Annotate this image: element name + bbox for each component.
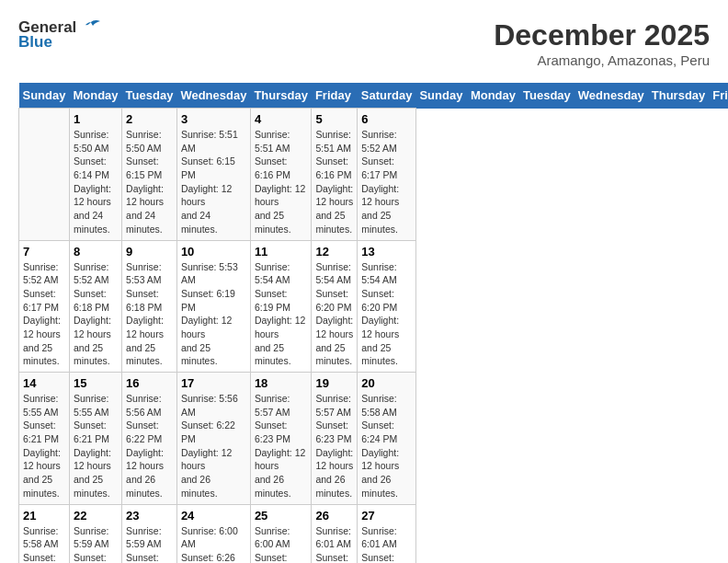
day-info: Sunrise: 5:53 AM Sunset: 6:19 PM Dayligh… [181, 260, 246, 369]
day-info: Sunrise: 5:57 AM Sunset: 6:23 PM Dayligh… [315, 392, 353, 500]
calendar-cell: 4Sunrise: 5:51 AM Sunset: 6:16 PM Daylig… [250, 109, 312, 241]
day-number: 7 [23, 245, 65, 259]
calendar-week-3: 21Sunrise: 5:58 AM Sunset: 6:24 PM Dayli… [19, 504, 729, 563]
calendar-cell: 5Sunrise: 5:51 AM Sunset: 6:16 PM Daylig… [312, 109, 358, 241]
day-info: Sunrise: 5:55 AM Sunset: 6:21 PM Dayligh… [74, 392, 118, 500]
calendar-cell: 21Sunrise: 5:58 AM Sunset: 6:24 PM Dayli… [19, 504, 70, 563]
day-number: 10 [181, 245, 246, 259]
day-number: 4 [255, 112, 308, 126]
calendar-cell: 13Sunrise: 5:54 AM Sunset: 6:20 PM Dayli… [358, 240, 416, 373]
logo-bird-icon [80, 18, 102, 37]
calendar-cell: 22Sunrise: 5:59 AM Sunset: 6:25 PM Dayli… [69, 504, 121, 563]
calendar-cell: 18Sunrise: 5:57 AM Sunset: 6:23 PM Dayli… [250, 373, 312, 505]
day-info: Sunrise: 6:00 AM Sunset: 6:26 PM Dayligh… [181, 524, 246, 564]
calendar-cell: 16Sunrise: 5:56 AM Sunset: 6:22 PM Dayli… [122, 373, 177, 505]
day-number: 13 [361, 245, 412, 259]
calendar-cell: 12Sunrise: 5:54 AM Sunset: 6:20 PM Dayli… [312, 240, 358, 373]
day-info: Sunrise: 5:58 AM Sunset: 6:24 PM Dayligh… [361, 392, 412, 500]
day-number: 17 [181, 376, 246, 390]
calendar-cell: 2Sunrise: 5:50 AM Sunset: 6:15 PM Daylig… [122, 109, 177, 241]
header-wednesday: Wednesday [574, 83, 648, 109]
header-tuesday: Tuesday [122, 83, 177, 109]
day-info: Sunrise: 5:50 AM Sunset: 6:14 PM Dayligh… [74, 128, 118, 236]
day-info: Sunrise: 5:59 AM Sunset: 6:25 PM Dayligh… [126, 524, 173, 564]
day-number: 3 [181, 112, 246, 126]
calendar-cell: 19Sunrise: 5:57 AM Sunset: 6:23 PM Dayli… [312, 373, 358, 505]
title-section: December 2025 Aramango, Amazonas, Peru [494, 18, 710, 68]
day-number: 21 [23, 509, 65, 523]
day-info: Sunrise: 5:54 AM Sunset: 6:20 PM Dayligh… [361, 260, 412, 369]
calendar-cell: 6Sunrise: 5:52 AM Sunset: 6:17 PM Daylig… [358, 109, 416, 241]
location-subtitle: Aramango, Amazonas, Peru [494, 52, 710, 68]
day-number: 14 [23, 376, 65, 390]
day-number: 15 [74, 376, 118, 390]
day-info: Sunrise: 6:00 AM Sunset: 6:26 PM Dayligh… [255, 524, 308, 564]
day-info: Sunrise: 5:51 AM Sunset: 6:16 PM Dayligh… [255, 128, 308, 236]
day-number: 19 [315, 376, 353, 390]
day-info: Sunrise: 5:52 AM Sunset: 6:18 PM Dayligh… [74, 260, 118, 369]
day-info: Sunrise: 5:58 AM Sunset: 6:24 PM Dayligh… [23, 524, 65, 564]
header-tuesday: Tuesday [519, 83, 574, 109]
calendar-cell: 24Sunrise: 6:00 AM Sunset: 6:26 PM Dayli… [176, 504, 250, 563]
header-sunday: Sunday [415, 83, 466, 109]
day-info: Sunrise: 5:57 AM Sunset: 6:23 PM Dayligh… [255, 392, 308, 500]
day-info: Sunrise: 6:01 AM Sunset: 6:27 PM Dayligh… [361, 524, 412, 564]
calendar-cell: 15Sunrise: 5:55 AM Sunset: 6:21 PM Dayli… [69, 373, 121, 505]
day-number: 24 [181, 509, 246, 523]
header-sunday: Sunday [19, 83, 70, 109]
header-thursday: Thursday [250, 83, 312, 109]
calendar-cell [19, 109, 70, 241]
day-number: 22 [74, 509, 118, 523]
calendar-cell: 20Sunrise: 5:58 AM Sunset: 6:24 PM Dayli… [358, 373, 416, 505]
calendar-cell: 17Sunrise: 5:56 AM Sunset: 6:22 PM Dayli… [176, 373, 250, 505]
day-info: Sunrise: 5:53 AM Sunset: 6:18 PM Dayligh… [126, 260, 173, 369]
calendar-cell: 25Sunrise: 6:00 AM Sunset: 6:26 PM Dayli… [250, 504, 312, 563]
calendar-cell: 3Sunrise: 5:51 AM Sunset: 6:15 PM Daylig… [176, 109, 250, 241]
calendar-cell: 9Sunrise: 5:53 AM Sunset: 6:18 PM Daylig… [122, 240, 177, 373]
header-thursday: Thursday [648, 83, 710, 109]
day-info: Sunrise: 5:56 AM Sunset: 6:22 PM Dayligh… [126, 392, 173, 500]
page-header: General Blue December 2025 Aramango, Ama… [18, 18, 710, 68]
day-number: 20 [361, 376, 412, 390]
calendar-cell: 10Sunrise: 5:53 AM Sunset: 6:19 PM Dayli… [176, 240, 250, 373]
day-info: Sunrise: 5:52 AM Sunset: 6:17 PM Dayligh… [23, 260, 65, 369]
calendar-cell: 11Sunrise: 5:54 AM Sunset: 6:19 PM Dayli… [250, 240, 312, 373]
day-number: 8 [74, 245, 118, 259]
day-number: 9 [126, 245, 173, 259]
day-number: 26 [315, 509, 353, 523]
calendar-header-row: SundayMondayTuesdayWednesdayThursdayFrid… [19, 83, 729, 109]
day-info: Sunrise: 5:51 AM Sunset: 6:16 PM Dayligh… [315, 128, 353, 236]
day-number: 11 [255, 245, 308, 259]
month-title: December 2025 [494, 18, 710, 52]
calendar-week-0: 1Sunrise: 5:50 AM Sunset: 6:14 PM Daylig… [19, 109, 729, 241]
header-wednesday: Wednesday [176, 83, 250, 109]
calendar-cell: 14Sunrise: 5:55 AM Sunset: 6:21 PM Dayli… [19, 373, 70, 505]
calendar-week-1: 7Sunrise: 5:52 AM Sunset: 6:17 PM Daylig… [19, 240, 729, 373]
calendar-cell: 1Sunrise: 5:50 AM Sunset: 6:14 PM Daylig… [69, 109, 121, 241]
calendar-cell: 7Sunrise: 5:52 AM Sunset: 6:17 PM Daylig… [19, 240, 70, 373]
day-info: Sunrise: 5:55 AM Sunset: 6:21 PM Dayligh… [23, 392, 65, 500]
calendar-table: SundayMondayTuesdayWednesdayThursdayFrid… [18, 83, 728, 563]
day-number: 18 [255, 376, 308, 390]
day-info: Sunrise: 6:01 AM Sunset: 6:27 PM Dayligh… [315, 524, 353, 564]
day-info: Sunrise: 5:50 AM Sunset: 6:15 PM Dayligh… [126, 128, 173, 236]
day-info: Sunrise: 5:52 AM Sunset: 6:17 PM Dayligh… [361, 128, 412, 236]
day-number: 23 [126, 509, 173, 523]
header-monday: Monday [69, 83, 121, 109]
day-info: Sunrise: 5:56 AM Sunset: 6:22 PM Dayligh… [181, 392, 246, 500]
header-monday: Monday [467, 83, 519, 109]
calendar-cell: 8Sunrise: 5:52 AM Sunset: 6:18 PM Daylig… [69, 240, 121, 373]
day-info: Sunrise: 5:54 AM Sunset: 6:19 PM Dayligh… [255, 260, 308, 369]
day-info: Sunrise: 5:51 AM Sunset: 6:15 PM Dayligh… [181, 128, 246, 236]
day-info: Sunrise: 5:59 AM Sunset: 6:25 PM Dayligh… [74, 524, 118, 564]
day-number: 12 [315, 245, 353, 259]
day-number: 1 [74, 112, 118, 126]
header-saturday: Saturday [358, 83, 416, 109]
logo-blue: Blue [18, 33, 52, 52]
calendar-cell: 23Sunrise: 5:59 AM Sunset: 6:25 PM Dayli… [122, 504, 177, 563]
logo: General Blue [18, 18, 102, 52]
header-friday: Friday [709, 83, 728, 109]
calendar-cell: 27Sunrise: 6:01 AM Sunset: 6:27 PM Dayli… [358, 504, 416, 563]
day-number: 27 [361, 509, 412, 523]
day-number: 25 [255, 509, 308, 523]
